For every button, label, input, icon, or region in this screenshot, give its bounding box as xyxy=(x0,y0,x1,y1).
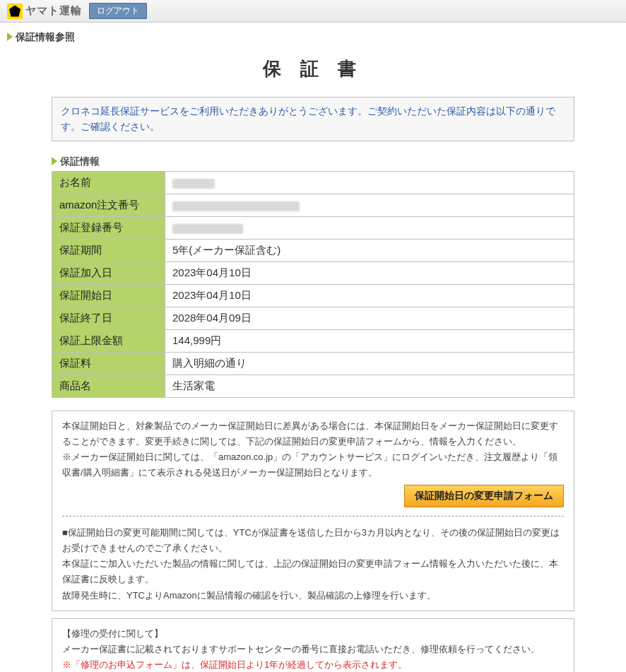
table-row: 保証登録番号 xyxy=(52,216,574,239)
join-label: 保証加入日 xyxy=(52,261,165,284)
intro-message: クロネコ延長保証サービスをご利用いただきありがとうございます。ご契約いただいた保… xyxy=(52,97,574,141)
fee-value: 購入明細の通り xyxy=(165,352,574,375)
box1-p5: 故障発生時に、YTCよりAmazonに製品情報の確認を行い、製品確認の上修理を行… xyxy=(62,588,564,603)
table-row: amazon注文番号 xyxy=(52,194,574,216)
limit-label: 保証上限金額 xyxy=(52,329,165,352)
warranty-info-heading: 保証情報 xyxy=(52,155,574,168)
join-value: 2023年04月10日 xyxy=(165,261,574,284)
table-row: お名前 xyxy=(52,171,574,194)
box1-p3: ■保証開始日の変更可能期間に関しては、YTCが保証書を送信した日から3カ月以内と… xyxy=(62,525,564,556)
table-row: 保証開始日 2023年04月10日 xyxy=(52,284,574,307)
product-value: 生活家電 xyxy=(165,375,574,397)
kuroneko-icon xyxy=(7,4,23,19)
table-row: 保証終了日 2028年04月09日 xyxy=(52,307,574,329)
document-title: 保 証 書 xyxy=(6,57,620,81)
fee-label: 保証料 xyxy=(52,352,165,375)
name-value xyxy=(165,171,574,194)
name-label: お名前 xyxy=(52,171,165,194)
period-value: 5年(メーカー保証含む) xyxy=(165,239,574,261)
limit-value: 144,999円 xyxy=(165,329,574,352)
brand-logo: ヤマト運輸 xyxy=(7,4,82,19)
box1-p4: 本保証にご加入いただいた製品の情報に関しては、上記の保証開始日の変更申請フォーム… xyxy=(62,556,564,587)
product-label: 商品名 xyxy=(52,375,165,397)
end-label: 保証終了日 xyxy=(52,307,165,329)
box1-p2: ※メーカー保証開始日に関しては、「amazon.co.jp」の「アカウントサービ… xyxy=(62,449,564,481)
end-value: 2028年04月09日 xyxy=(165,307,574,329)
logout-button[interactable]: ログアウト xyxy=(89,3,147,19)
breadcrumb-title: 保証情報参照 xyxy=(16,31,75,42)
page-container: 保証情報参照 保 証 書 クロネコ延長保証サービスをご利用いただきありがとうござ… xyxy=(6,31,620,672)
table-row: 商品名 生活家電 xyxy=(52,375,574,397)
warranty-info-table: お名前 amazon注文番号 保証登録番号 保証期間 5年(メーカー保証含む) … xyxy=(52,171,574,398)
section-marker-icon xyxy=(52,157,57,165)
order-value xyxy=(165,194,574,216)
table-row: 保証加入日 2023年04月10日 xyxy=(52,261,574,284)
start-label: 保証開始日 xyxy=(52,284,165,307)
period-label: 保証期間 xyxy=(52,239,165,261)
top-bar: ヤマト運輸 ログアウト xyxy=(0,0,626,23)
box1-p1: 本保証開始日と、対象製品でのメーカー保証開始日に差異がある場合には、本保証開始日… xyxy=(62,418,564,449)
repair-text-1: メーカー保証書に記載されておりますサポートセンターの番号に直接お電話いただき、修… xyxy=(62,642,564,657)
start-value: 2023年04月10日 xyxy=(165,284,574,307)
change-request-form-button[interactable]: 保証開始日の変更申請フォーム xyxy=(404,485,564,507)
order-label: amazon注文番号 xyxy=(52,194,165,216)
start-date-change-box: 本保証開始日と、対象製品でのメーカー保証開始日に差異がある場合には、本保証開始日… xyxy=(52,411,574,611)
brand-name: ヤマト運輸 xyxy=(25,4,82,18)
table-row: 保証上限金額 144,999円 xyxy=(52,329,574,352)
reg-value xyxy=(165,216,574,239)
repair-heading-1: 【修理の受付に関して】 xyxy=(62,626,564,642)
repair-info-box: 【修理の受付に関して】 メーカー保証書に記載されておりますサポートセンターの番号… xyxy=(52,618,574,672)
breadcrumb-marker-icon xyxy=(7,33,13,41)
breadcrumb: 保証情報参照 xyxy=(7,31,620,44)
divider xyxy=(62,516,564,517)
repair-note: ※「修理のお申込フォーム」は、保証開始日より1年が経過してから表示されます。 xyxy=(62,657,564,672)
content-panel: クロネコ延長保証サービスをご利用いただきありがとうございます。ご契約いただいた保… xyxy=(52,97,574,672)
table-row: 保証期間 5年(メーカー保証含む) xyxy=(52,239,574,261)
reg-label: 保証登録番号 xyxy=(52,216,165,239)
table-row: 保証料 購入明細の通り xyxy=(52,352,574,375)
